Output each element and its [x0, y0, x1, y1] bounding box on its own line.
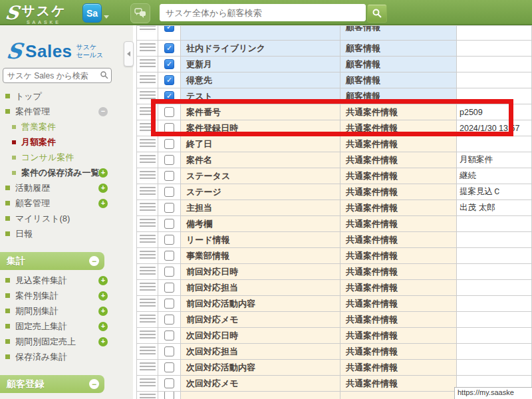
field-label-cell: 終了日 — [181, 136, 340, 152]
row-checkbox[interactable] — [164, 155, 174, 165]
field-label-cell: 得意先 — [181, 72, 340, 88]
expand-plus-icon[interactable]: + — [98, 199, 108, 208]
drag-handle-icon[interactable] — [140, 235, 156, 245]
sales-logo[interactable]: S Sales サスケ セールス — [7, 39, 133, 64]
brand-subtitle: SAASKE — [27, 20, 61, 25]
row-checkbox[interactable] — [164, 331, 174, 340]
drag-handle-icon[interactable] — [140, 283, 156, 293]
drag-handle-icon[interactable] — [140, 43, 156, 53]
drag-handle-icon[interactable] — [140, 378, 156, 388]
row-checkbox[interactable] — [164, 235, 174, 245]
field-label: 備考欄 — [186, 218, 212, 230]
sidebar-search-input[interactable] — [3, 68, 112, 83]
row-checkbox[interactable] — [164, 315, 174, 325]
row-checkbox[interactable] — [164, 171, 174, 181]
row-checkbox[interactable] — [164, 299, 174, 309]
row-checkbox[interactable] — [164, 107, 174, 117]
field-value-cell: 2024/1/30 13:57 — [457, 120, 532, 136]
drag-handle-icon[interactable] — [140, 251, 156, 261]
global-search-input[interactable] — [160, 4, 366, 21]
drag-handle-icon[interactable] — [140, 346, 156, 356]
sidebar-item-kokyaku-kanri[interactable]: 顧客管理+ — [0, 196, 133, 211]
collapse-minus-icon[interactable]: − — [89, 256, 99, 266]
field-value-cell — [457, 26, 532, 41]
drag-handle-icon[interactable] — [140, 267, 156, 277]
expand-plus-icon[interactable]: + — [98, 291, 108, 301]
field-category: 共通案件情報 — [346, 282, 398, 294]
drag-handle-icon[interactable] — [140, 123, 156, 133]
drag-handle-icon[interactable] — [140, 187, 156, 197]
drag-handle-icon[interactable] — [140, 155, 156, 165]
sidebar-item-hozon-zumi-shukei[interactable]: 保存済み集計 — [0, 349, 133, 364]
drag-handle-icon[interactable] — [140, 315, 156, 325]
row-checkbox[interactable] — [164, 123, 174, 133]
sidebar-item-hozon-ichiran[interactable]: 案件の保存済み一覧+ — [0, 165, 133, 180]
expand-plus-icon[interactable]: + — [98, 184, 108, 193]
row-checkbox[interactable] — [164, 362, 174, 372]
drag-handle-icon[interactable] — [140, 331, 156, 340]
saaske-logo[interactable]: S サスケ SAASKE — [5, 2, 66, 25]
drag-handle-icon[interactable] — [140, 107, 156, 117]
expand-plus-icon[interactable]: + — [98, 337, 108, 346]
sales-logo-sub-top: サスケ — [76, 43, 104, 52]
checkbox-cell — [158, 376, 181, 392]
drag-handle-icon[interactable] — [140, 26, 156, 32]
row-checkbox[interactable]: ✓ — [164, 59, 174, 69]
collapse-minus-icon[interactable]: − — [98, 107, 108, 116]
row-checkbox[interactable]: ✓ — [164, 75, 174, 85]
row-checkbox[interactable] — [164, 378, 174, 388]
row-checkbox[interactable] — [164, 203, 174, 213]
sidebar-item-nippo[interactable]: 日報 — [0, 226, 133, 241]
drag-handle-icon[interactable] — [140, 219, 156, 229]
sidebar-item-anken-betsu-shukei[interactable]: 案件別集計+ — [0, 288, 133, 303]
expand-plus-icon[interactable]: + — [98, 276, 108, 285]
drag-handle-icon[interactable] — [140, 59, 156, 69]
search-button[interactable] — [367, 4, 387, 23]
drag-handle-icon[interactable] — [140, 139, 156, 149]
field-label: 次回対応担当 — [186, 346, 238, 358]
expand-plus-icon[interactable]: + — [98, 322, 108, 331]
sidebar-item-mikomi-anken-shukei[interactable]: 見込案件集計+ — [0, 273, 133, 288]
expand-plus-icon[interactable]: + — [98, 168, 108, 178]
chat-icon[interactable] — [130, 3, 150, 23]
drag-handle-icon[interactable] — [140, 203, 156, 213]
field-category: 共通案件情報 — [346, 122, 398, 134]
row-checkbox[interactable] — [164, 346, 174, 356]
sidebar-item-consul-anken[interactable]: コンサル案件 — [0, 150, 133, 165]
chevron-down-icon[interactable] — [104, 15, 109, 19]
field-value-cell — [457, 248, 532, 264]
row-checkbox[interactable]: ✓ — [164, 91, 174, 101]
app-switcher-sa-icon[interactable]: Sa — [82, 3, 102, 23]
search-icon[interactable] — [100, 70, 109, 80]
field-value-cell — [457, 360, 532, 376]
sidebar-item-anken-kanri[interactable]: 案件管理− — [0, 104, 133, 119]
checkbox-cell — [158, 168, 181, 184]
expand-plus-icon[interactable]: + — [98, 307, 108, 316]
row-checkbox[interactable] — [164, 267, 174, 277]
row-checkbox[interactable] — [164, 139, 174, 149]
row-checkbox[interactable] — [164, 219, 174, 229]
drag-handle-icon[interactable] — [140, 171, 156, 181]
sidebar-item-getsugaku-anken[interactable]: 月額案件 — [0, 134, 133, 150]
sidebar-item-kikan-kotei-uriage[interactable]: 期間別固定売上+ — [0, 334, 133, 349]
sidebar-item-top[interactable]: トップ — [0, 88, 133, 104]
sidebar-item-kikan-betsu-shukei[interactable]: 期間別集計+ — [0, 303, 133, 319]
row-checkbox[interactable] — [164, 392, 174, 399]
sidebar-item-eigyo-anken[interactable]: 営業案件 — [0, 119, 133, 134]
collapse-minus-icon[interactable]: − — [89, 379, 99, 389]
drag-handle-icon[interactable] — [140, 362, 156, 372]
row-checkbox[interactable] — [164, 187, 174, 197]
drag-handle-icon[interactable] — [140, 91, 156, 101]
sidebar-item-katsudo-rireki[interactable]: 活動履歴+ — [0, 180, 133, 196]
sidebar-item-kotei-uriage-shukei[interactable]: 固定売上集計+ — [0, 319, 133, 334]
drag-handle-icon[interactable] — [140, 75, 156, 85]
row-checkbox[interactable]: ✓ — [164, 26, 174, 32]
sidebar-collapse-button[interactable] — [124, 41, 134, 66]
row-checkbox[interactable]: ✓ — [164, 43, 174, 53]
sidebar-item-mylist[interactable]: マイリスト(8) — [0, 211, 133, 226]
drag-handle-icon[interactable] — [140, 392, 156, 399]
row-checkbox[interactable] — [164, 283, 174, 293]
drag-handle-icon[interactable] — [140, 299, 156, 309]
field-label: 前回対応日時 — [186, 266, 238, 278]
row-checkbox[interactable] — [164, 251, 174, 261]
